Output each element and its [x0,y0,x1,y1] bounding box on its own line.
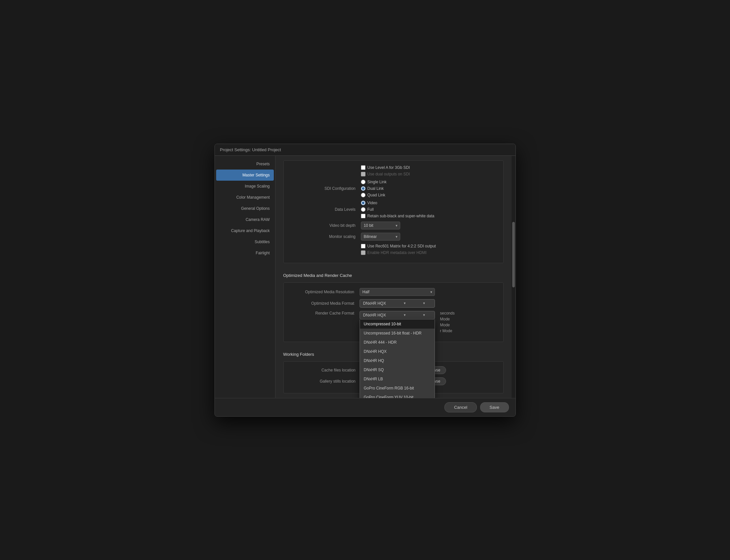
use-level-a-label: Use Level A for 3Gb SDI [368,165,410,170]
render-cache-row: Render Cache Format DNxHR HQX ▾ Uncompre… [289,311,498,333]
retain-sub-black-row: Retain sub-black and super-white data [361,214,435,218]
optimized-format-chevron: ▾ [404,301,406,305]
sidebar-item-camera-raw[interactable]: Camera RAW [215,214,275,225]
sdi-single-link-row: Single Link [361,180,387,184]
rec601-label: Use Rec601 Matrix for 4:2:2 SDI output [368,244,436,248]
sidebar-item-general-options[interactable]: General Options [215,203,275,214]
scrollbar-track[interactable] [512,156,516,398]
sdi-config-radio-group: Single Link Dual Link Quad Link [361,180,387,197]
use-dual-outputs-row: Use dual outputs on SDI [361,172,410,176]
hdr-label: Enable HDR metadata over HDMI [368,250,427,255]
cache-option-r-mode: r Mode [440,329,455,333]
data-levels-full-row: Full [361,207,435,212]
video-bit-depth-label: Video bit depth [290,223,356,228]
dropdown-item-uncompressed-10[interactable]: Uncompressed 10-bit [360,319,435,329]
main-content: Use Level A for 3Gb SDI Use dual outputs… [275,156,512,398]
use-dual-outputs-checkbox[interactable] [361,172,366,176]
video-bit-depth-row: Video bit depth 10 bit 8 bit 12 bit [290,222,497,229]
rec601-controls: Use Rec601 Matrix for 4:2:2 SDI output E… [361,244,436,255]
project-settings-dialog: Project Settings: Untitled Project Prese… [214,144,516,417]
cancel-button[interactable]: Cancel [445,402,477,412]
sdi-config-row: SDI Configuration Single Link Dual Link [290,180,497,197]
retain-sub-black-checkbox[interactable] [361,214,366,218]
video-bit-depth-wrapper: 10 bit 8 bit 12 bit [361,222,400,229]
sidebar: Presets Master Settings Image Scaling Co… [215,156,275,398]
monitor-scaling-label: Monitor scaling [290,234,356,239]
sidebar-item-subtitles[interactable]: Subtitles [215,236,275,247]
cache-option-mode-1: Mode [440,317,455,321]
cache-option-r-mode-text: r Mode [440,329,452,333]
render-cache-dropdown-menu: Uncompressed 10-bit Uncompressed 16-bit … [359,319,435,398]
use-dual-outputs-label: Use dual outputs on SDI [368,172,410,176]
cache-files-label: Cache files location [290,368,356,372]
hdr-checkbox-row: Enable HDR metadata over HDMI [361,250,436,255]
dialog-body: Presets Master Settings Image Scaling Co… [215,156,516,398]
sdi-quad-link-radio[interactable] [361,193,366,197]
data-levels-label: Data Levels [290,207,356,212]
sdi-dual-link-label: Dual Link [368,186,384,191]
hdr-checkbox[interactable] [361,250,366,255]
cache-option-mode-2-text: Mode [440,323,450,327]
sdi-dual-link-radio[interactable] [361,186,366,191]
save-button[interactable]: Save [480,402,509,412]
use-level-a-checkbox[interactable] [361,165,366,170]
sidebar-item-master-settings[interactable]: Master Settings [216,170,274,181]
sdi-single-link-radio[interactable] [361,180,366,184]
cache-option-mode-1-text: Mode [440,317,450,321]
sidebar-item-fairlight[interactable]: Fairlight [215,247,275,259]
use-level-a-controls: Use Level A for 3Gb SDI Use dual outputs… [361,165,410,176]
optimized-resolution-wrapper: Quarter Half Original [359,288,435,296]
optimized-resolution-select[interactable]: Quarter Half Original [359,288,435,296]
dropdown-item-dnxhr-444[interactable]: DNxHR 444 - HDR [360,338,435,347]
data-levels-video-row: Video [361,201,435,205]
sidebar-item-color-management[interactable]: Color Management [215,192,275,203]
sdi-quad-link-row: Quad Link [361,193,387,197]
dropdown-item-dnxhr-sq[interactable]: DNxHR SQ [360,365,435,374]
optimized-format-btn[interactable]: DNxHR HQX ▾ [359,299,435,308]
dropdown-item-dnxhr-hqx[interactable]: DNxHR HQX [360,347,435,356]
cache-option-mode-2: Mode [440,323,455,327]
sidebar-item-image-scaling[interactable]: Image Scaling [215,181,275,192]
sidebar-item-capture-playback[interactable]: Capture and Playback [215,225,275,236]
cache-option-seconds-text: seconds [440,311,455,316]
monitor-scaling-select[interactable]: Bilinear Bicubic Nearest [361,233,400,241]
dropdown-item-dnxhr-hq[interactable]: DNxHR HQ [360,356,435,365]
dialog-title: Project Settings: Untitled Project [220,147,281,152]
retain-sub-black-label: Retain sub-black and super-white data [368,214,435,218]
cache-options: seconds Mode Mode r Mode [440,311,455,333]
data-levels-video-label: Video [368,201,377,205]
render-cache-chevron: ▾ [404,313,406,317]
optimized-media-section: Optimized Media and Render Cache Optimiz… [275,268,512,347]
data-levels-full-label: Full [368,207,374,212]
optimized-format-label: Optimized Media Format [289,301,354,306]
rec601-checkbox[interactable] [361,244,366,248]
title-bar: Project Settings: Untitled Project [215,144,516,156]
optimized-inner: Optimized Media Resolution Quarter Half … [283,282,504,342]
render-cache-value: DNxHR HQX [363,313,386,317]
rec601-checkbox-row: Use Rec601 Matrix for 4:2:2 SDI output [361,244,436,248]
optimized-format-value: DNxHR HQX [363,301,386,306]
sdi-single-link-label: Single Link [368,180,387,184]
monitor-scaling-row: Monitor scaling Bilinear Bicubic Nearest [290,233,497,241]
sdi-section: Use Level A for 3Gb SDI Use dual outputs… [275,156,512,268]
video-bit-depth-select[interactable]: 10 bit 8 bit 12 bit [361,222,400,229]
data-levels-full-radio[interactable] [361,207,366,212]
data-levels-radio-group: Video Full Retain sub-black and super-wh… [361,201,435,218]
use-level-a-checkbox-row: Use Level A for 3Gb SDI [361,165,410,170]
dropdown-item-gopro-rgb[interactable]: GoPro CineForm RGB 16-bit [360,384,435,393]
rec601-row: Use Rec601 Matrix for 4:2:2 SDI output E… [290,244,497,255]
render-cache-btn[interactable]: DNxHR HQX ▾ [359,311,435,319]
sdi-inner: Use Level A for 3Gb SDI Use dual outputs… [283,160,504,263]
optimized-format-dropdown-container: DNxHR HQX ▾ [359,299,435,308]
data-levels-video-radio[interactable] [361,201,366,205]
monitor-scaling-wrapper: Bilinear Bicubic Nearest [361,233,400,241]
sidebar-item-presets[interactable]: Presets [215,158,275,170]
render-cache-dropdown-container: DNxHR HQX ▾ Uncompressed 10-bit Uncompre… [359,311,435,319]
scrollbar-thumb[interactable] [512,222,515,287]
dropdown-item-uncompressed-16[interactable]: Uncompressed 16-bit float - HDR [360,329,435,338]
dropdown-item-gopro-yuv[interactable]: GoPro CineForm YUV 10-bit [360,393,435,398]
dropdown-item-dnxhr-lb[interactable]: DNxHR LB [360,374,435,384]
use-level-a-row: Use Level A for 3Gb SDI Use dual outputs… [290,165,497,176]
optimized-format-row: Optimized Media Format DNxHR HQX ▾ [289,299,498,308]
optimized-section-title: Optimized Media and Render Cache [283,273,504,278]
